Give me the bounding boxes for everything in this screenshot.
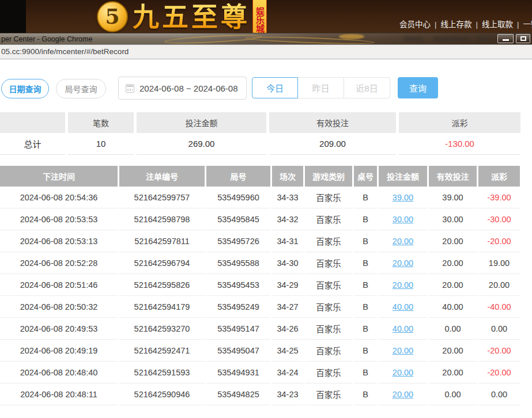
cell-session: 34-25 bbox=[272, 340, 303, 362]
minimize-button[interactable] bbox=[497, 34, 514, 43]
header-payout: 派彩 bbox=[478, 166, 520, 187]
bet-amount-link[interactable]: 20.00 bbox=[393, 237, 413, 246]
bet-amount-link[interactable]: 20.00 bbox=[393, 346, 413, 355]
table-row: 2024-06-08 20:48:11521642590946535494825… bbox=[0, 383, 520, 405]
cell-bet-amount: 20.00 bbox=[379, 383, 427, 405]
bet-amount-link[interactable]: 39.00 bbox=[393, 193, 413, 202]
date-range-value: 2024-06-08 ~ 2024-06-08 bbox=[139, 83, 238, 93]
redacted-text bbox=[433, 36, 469, 42]
cell-table-no: B bbox=[354, 187, 377, 208]
cell-session: 34-23 bbox=[272, 383, 303, 405]
cell-valid-bet: 20.00 bbox=[429, 274, 477, 296]
bet-amount-link[interactable]: 40.00 bbox=[393, 302, 413, 311]
cell-order-id: 521642598798 bbox=[119, 208, 205, 230]
cell-valid-bet: 20.00 bbox=[429, 362, 477, 383]
site-logo[interactable]: 5 九五至尊 娱乐城 bbox=[97, 1, 267, 33]
cell-order-id: 521642594179 bbox=[119, 296, 205, 318]
tab-round-query[interactable]: 局号查询 bbox=[56, 79, 106, 98]
bet-amount-link[interactable]: 20.00 bbox=[393, 280, 413, 290]
cell-valid-bet: 39.00 bbox=[429, 187, 477, 208]
bet-amount-link[interactable]: 40.00 bbox=[393, 324, 413, 333]
cell-valid-bet: 20.00 bbox=[429, 340, 477, 362]
tab-date-query[interactable]: 日期查询 bbox=[1, 79, 49, 98]
cell-bet-amount: 20.00 bbox=[379, 340, 427, 362]
header-bet-time: 下注时间 bbox=[0, 166, 118, 187]
cell-round-id: 535494931 bbox=[206, 362, 270, 383]
summary-header-empty bbox=[0, 112, 65, 133]
cell-bet-time: 2024-06-08 20:49:19 bbox=[0, 340, 118, 362]
cell-valid-bet: 30.00 bbox=[429, 208, 477, 230]
window-title: per Center - Google Chrome bbox=[1, 33, 92, 44]
browser-title-bar[interactable]: per Center - Google Chrome bbox=[0, 33, 532, 44]
date-range-input[interactable]: 2024-06-08 ~ 2024-06-08 bbox=[118, 77, 247, 100]
button-today[interactable]: 今日 bbox=[252, 77, 298, 98]
summary-header-payout: 派彩 bbox=[399, 112, 520, 133]
cell-payout: -39.00 bbox=[478, 187, 520, 208]
left-black-strip bbox=[0, 0, 26, 33]
bet-record-table: 下注时间 注单编号 局号 场次 游戏类别 桌号 投注金额 有效投注 派彩 202… bbox=[0, 166, 520, 405]
cell-session: 34-29 bbox=[272, 274, 303, 296]
cell-game-type: 百家乐 bbox=[305, 362, 352, 383]
maximize-button[interactable] bbox=[516, 34, 530, 43]
table-row: 2024-06-08 20:49:19521642592471535495047… bbox=[0, 340, 520, 362]
cell-valid-bet: 0.00 bbox=[429, 318, 477, 340]
table-row: 2024-06-08 20:54:36521642599757535495960… bbox=[0, 187, 520, 208]
button-last8days[interactable]: 近8日 bbox=[344, 77, 390, 98]
header-order-id: 注单编号 bbox=[119, 166, 205, 187]
cell-round-id: 535495047 bbox=[206, 340, 270, 362]
cell-bet-amount: 40.00 bbox=[379, 296, 427, 318]
cell-bet-time: 2024-06-08 20:53:53 bbox=[0, 208, 118, 230]
summary-total-row: 总计 10 269.00 209.00 -130.00 bbox=[0, 133, 520, 155]
table-row: 2024-06-08 20:48:40521642591593535494931… bbox=[0, 362, 520, 383]
calendar-icon bbox=[126, 84, 134, 93]
cell-game-type: 百家乐 bbox=[305, 318, 352, 340]
nav-member-center[interactable]: 会员中心 bbox=[399, 20, 431, 29]
summary-valid-bet: 209.00 bbox=[269, 133, 396, 155]
cell-bet-amount: 20.00 bbox=[379, 252, 427, 274]
cell-session: 34-26 bbox=[272, 318, 303, 340]
bet-amount-link[interactable]: 30.00 bbox=[393, 215, 413, 224]
cell-game-type: 百家乐 bbox=[305, 208, 352, 230]
button-yesterday[interactable]: 昨日 bbox=[298, 77, 344, 98]
bet-amount-link[interactable]: 20.00 bbox=[393, 368, 413, 377]
cell-bet-amount: 20.00 bbox=[379, 274, 427, 296]
summary-total-label: 总计 bbox=[0, 133, 65, 155]
summary-header-bet-amount: 投注金额 bbox=[137, 112, 266, 133]
browser-url-bar[interactable]: 05.cc:9900/infe/mcenter/#/betRecord bbox=[0, 44, 532, 59]
nav-one-key-transfer[interactable]: 一键转账 bbox=[523, 20, 532, 29]
cell-table-no: B bbox=[354, 318, 377, 340]
nav-online-deposit[interactable]: 线上存款 bbox=[441, 20, 472, 29]
header-round-id: 局号 bbox=[206, 166, 270, 187]
cell-round-id: 535495147 bbox=[206, 318, 270, 340]
search-button[interactable]: 查询 bbox=[398, 77, 438, 98]
cell-payout: -20.00 bbox=[478, 230, 520, 252]
cell-valid-bet: 0.00 bbox=[429, 383, 477, 405]
cell-order-id: 521642591593 bbox=[119, 362, 205, 383]
summary-count: 10 bbox=[68, 133, 134, 155]
decorative-swirl bbox=[339, 34, 364, 39]
summary-payout: -130.00 bbox=[399, 133, 520, 155]
bet-amount-link[interactable]: 20.00 bbox=[393, 390, 413, 399]
bet-amount-link[interactable]: 20.00 bbox=[393, 259, 413, 268]
table-row: 2024-06-08 20:52:28521642596794535495588… bbox=[0, 252, 520, 274]
cell-bet-time: 2024-06-08 20:54:36 bbox=[0, 187, 118, 208]
bet-table-header-row: 下注时间 注单编号 局号 场次 游戏类别 桌号 投注金额 有效投注 派彩 bbox=[0, 166, 520, 187]
cell-bet-time: 2024-06-08 20:53:13 bbox=[0, 230, 118, 252]
cell-bet-time: 2024-06-08 20:52:28 bbox=[0, 252, 118, 274]
header-session: 场次 bbox=[272, 166, 303, 187]
cell-payout: -20.00 bbox=[478, 340, 520, 362]
cell-order-id: 521642597811 bbox=[119, 230, 205, 252]
cell-order-id: 521642593270 bbox=[119, 318, 205, 340]
site-header: 5 九五至尊 娱乐城 会员中心|线上存款|线上取款|一键转账 bbox=[0, 0, 532, 33]
header-game-type: 游戏类别 bbox=[305, 166, 352, 187]
nav-separator: | bbox=[431, 20, 441, 29]
cell-payout: 19.00 bbox=[478, 252, 520, 274]
cell-table-no: B bbox=[354, 340, 377, 362]
nav-online-withdraw[interactable]: 线上取款 bbox=[482, 20, 513, 29]
cell-bet-time: 2024-06-08 20:51:46 bbox=[0, 274, 118, 296]
table-row: 2024-06-08 20:53:53521642598798535495845… bbox=[0, 208, 520, 230]
summary-table: 笔数 投注金额 有效投注 派彩 总计 10 269.00 209.00 -130… bbox=[0, 112, 520, 155]
cell-round-id: 535495845 bbox=[206, 208, 270, 230]
redacted-text bbox=[403, 36, 423, 42]
logo-badge: 娱乐城 bbox=[252, 0, 267, 33]
